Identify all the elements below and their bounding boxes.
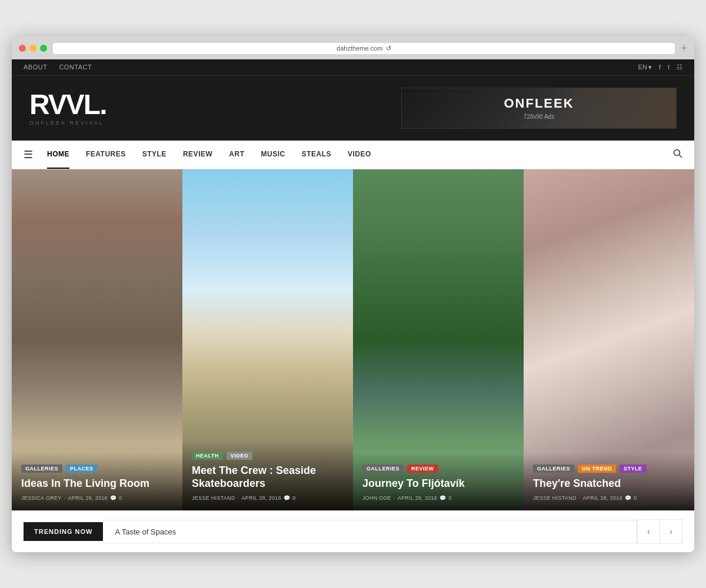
article-overlay: HEALTH VIDEO Meet The Crew : Seaside Ska… [182,440,353,510]
trending-next[interactable]: › [660,520,682,543]
article-card-journey[interactable]: GALLERIES REVIEW Journey To Fljótavík JO… [353,169,524,510]
nav-link-review[interactable]: REVIEW [183,141,212,168]
nav-item-features[interactable]: FEATURES [86,141,126,169]
comment-icon: 💬 [284,495,290,501]
nav-item-style[interactable]: STYLE [142,141,166,169]
tag-video[interactable]: VIDEO [227,452,253,460]
nav-left: ☰ HOME FEATURES STYLE REVIEW ART MUSIC S… [24,141,371,169]
meta-separator: · [238,495,239,501]
article-meta: JESSE HISTAND · APRIL 28, 2016 💬 0 [533,495,685,501]
tag-review[interactable]: REVIEW [407,465,438,473]
social-twitter[interactable]: t [668,64,670,71]
trending-content: A Taste of Spaces [103,520,637,543]
tag-places[interactable]: PLACES [66,465,98,473]
nav-link-features[interactable]: FEATURES [86,141,126,168]
site-header: RVVL. ONFLEEK REVIVAL ONFLEEK 728x90 Ads [12,75,694,141]
nav-link-steals[interactable]: STEALS [302,141,331,168]
article-overlay: GALLERIES PLACES Ideas In The Living Roo… [12,453,182,510]
nav-link-home[interactable]: HOME [47,141,69,169]
trending-arrows: ‹ › [637,519,682,544]
article-meta: JOHN DOE · APRIL 28, 2016 💬 0 [362,495,514,501]
top-bar-nav: ABOUT CONTACT [24,64,92,71]
nav-link-video[interactable]: VIDEO [348,141,371,168]
close-button[interactable] [19,45,26,52]
tag-on-trend[interactable]: ON TREND [578,465,616,473]
trending-label: TRENDING NOW [24,522,103,541]
lang-text: EN [638,64,647,71]
comment-count: 0 [292,495,295,501]
nav-item-home[interactable]: HOME [47,141,69,169]
article-tags: GALLERIES REVIEW [362,465,514,473]
nav-item-review[interactable]: REVIEW [183,141,212,169]
nav-items: HOME FEATURES STYLE REVIEW ART MUSIC STE… [47,141,371,169]
article-author: JOHN DOE [362,495,391,501]
social-facebook[interactable]: f [659,64,661,71]
browser-window: dahztheme.com ↺ + ABOUT CONTACT EN ▾ f t… [12,36,694,552]
article-date: APRIL 29, 2016 [68,495,107,501]
article-title: Journey To Fljótavík [362,477,514,490]
article-author: JESSE HISTAND [192,495,235,501]
article-card-skateboarders[interactable]: HEALTH VIDEO Meet The Crew : Seaside Ska… [182,169,353,510]
article-author: JESSICA GREY [21,495,62,501]
svg-line-1 [680,155,682,157]
nav-link-music[interactable]: MUSIC [261,141,285,168]
maximize-button[interactable] [40,45,47,52]
article-tags: GALLERIES PLACES [21,465,173,473]
header-ad-inner: ONFLEEK 728x90 Ads [504,96,574,120]
comment-count: 0 [634,495,637,501]
tag-galleries[interactable]: GALLERIES [21,465,62,473]
language-selector[interactable]: EN ▾ [638,64,652,71]
nav-link-style[interactable]: STYLE [142,141,166,168]
site-logo[interactable]: RVVL. [29,91,106,119]
comment-icon: 💬 [110,495,116,501]
nav-link-art[interactable]: ART [229,141,244,168]
article-overlay: GALLERIES REVIEW Journey To Fljótavík JO… [353,453,524,510]
tag-health[interactable]: HEALTH [192,452,223,460]
site-logo-sub: ONFLEEK REVIVAL [29,120,106,126]
social-instagram[interactable]: ☷ [677,64,682,71]
new-tab-button[interactable]: + [681,42,687,55]
tag-galleries[interactable]: GALLERIES [362,465,404,473]
top-nav-about[interactable]: ABOUT [24,64,47,71]
main-nav: ☰ HOME FEATURES STYLE REVIEW ART MUSIC S… [12,141,694,169]
tag-style[interactable]: STYLE [620,465,647,473]
article-author: JESSE HISTAND [533,495,577,501]
address-bar[interactable]: dahztheme.com ↺ [53,43,675,54]
nav-item-steals[interactable]: STEALS [302,141,331,169]
header-ad[interactable]: ONFLEEK 728x90 Ads [401,88,677,129]
meta-separator: · [64,495,66,501]
nav-item-video[interactable]: VIDEO [348,141,371,169]
comment-count: 0 [448,495,451,501]
article-card-living-room[interactable]: GALLERIES PLACES Ideas In The Living Roo… [12,169,182,510]
article-date: APRIL 28, 2016 [242,495,281,501]
browser-chrome: dahztheme.com ↺ + [12,36,694,59]
reload-icon[interactable]: ↺ [386,45,391,52]
tag-galleries[interactable]: GALLERIES [533,465,574,473]
top-bar-right: EN ▾ f t ☷ [638,64,682,71]
top-nav-contact[interactable]: CONTACT [59,64,92,71]
meta-separator: · [579,495,581,501]
logo-block: RVVL. ONFLEEK REVIVAL [29,91,106,126]
hamburger-menu[interactable]: ☰ [24,148,33,161]
trending-bar: TRENDING NOW A Taste of Spaces ‹ › [12,510,694,552]
article-title: Meet The Crew : Seaside Skateboarders [192,465,344,490]
search-button[interactable] [673,149,682,161]
meta-separator: · [394,495,395,501]
article-meta: JESSICA GREY · APRIL 29, 2016 💬 0 [21,495,173,501]
trending-prev[interactable]: ‹ [637,520,660,543]
nav-item-art[interactable]: ART [229,141,244,169]
lang-arrow: ▾ [648,64,652,71]
comment-icon: 💬 [625,495,631,501]
article-overlay: GALLERIES ON TREND STYLE They're Snatche… [524,453,694,510]
minimize-button[interactable] [29,45,36,52]
nav-item-music[interactable]: MUSIC [261,141,285,169]
browser-dots [19,45,47,52]
articles-grid: GALLERIES PLACES Ideas In The Living Roo… [12,169,694,510]
top-bar: ABOUT CONTACT EN ▾ f t ☷ [12,59,694,75]
article-date: APRIL 28, 2016 [583,495,622,501]
article-meta: JESSE HISTAND · APRIL 28, 2016 💬 0 [192,495,344,501]
comment-count: 0 [119,495,122,501]
article-card-snatched[interactable]: GALLERIES ON TREND STYLE They're Snatche… [524,169,694,510]
article-title: Ideas In The Living Room [21,477,173,490]
article-date: APRIL 28, 2016 [398,495,437,501]
